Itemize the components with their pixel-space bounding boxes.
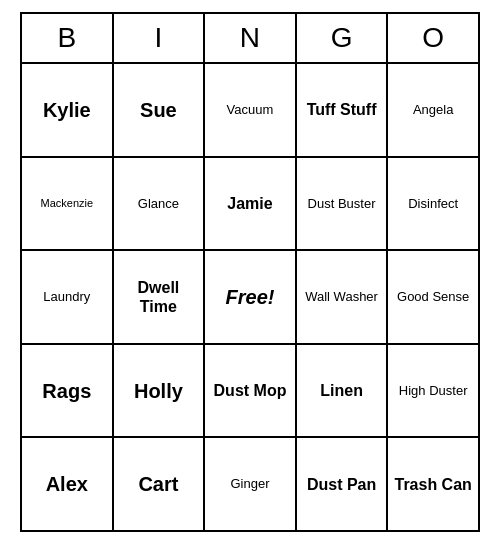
bingo-cell-2-4: Good Sense xyxy=(388,251,478,343)
bingo-header: BINGO xyxy=(22,14,478,64)
bingo-cell-1-3: Dust Buster xyxy=(297,158,389,250)
header-cell-I: I xyxy=(114,14,206,62)
bingo-cell-3-2: Dust Mop xyxy=(205,345,297,437)
bingo-cell-3-1: Holly xyxy=(114,345,206,437)
bingo-cell-0-3: Tuff Stuff xyxy=(297,64,389,156)
bingo-cell-1-4: Disinfect xyxy=(388,158,478,250)
bingo-row-1: MackenzieGlanceJamieDust BusterDisinfect xyxy=(22,158,478,252)
header-cell-B: B xyxy=(22,14,114,62)
bingo-cell-1-2: Jamie xyxy=(205,158,297,250)
bingo-cell-0-1: Sue xyxy=(114,64,206,156)
bingo-cell-2-2: Free! xyxy=(205,251,297,343)
bingo-cell-4-0: Alex xyxy=(22,438,114,530)
bingo-row-3: RagsHollyDust MopLinenHigh Duster xyxy=(22,345,478,439)
bingo-cell-3-3: Linen xyxy=(297,345,389,437)
bingo-row-0: KylieSueVacuumTuff StuffAngela xyxy=(22,64,478,158)
bingo-cell-2-3: Wall Washer xyxy=(297,251,389,343)
bingo-card: BINGO KylieSueVacuumTuff StuffAngelaMack… xyxy=(20,12,480,532)
bingo-row-4: AlexCartGingerDust PanTrash Can xyxy=(22,438,478,530)
bingo-cell-0-2: Vacuum xyxy=(205,64,297,156)
bingo-cell-4-1: Cart xyxy=(114,438,206,530)
bingo-cell-0-4: Angela xyxy=(388,64,478,156)
bingo-row-2: LaundryDwell TimeFree!Wall WasherGood Se… xyxy=(22,251,478,345)
bingo-body: KylieSueVacuumTuff StuffAngelaMackenzieG… xyxy=(22,64,478,530)
bingo-cell-4-3: Dust Pan xyxy=(297,438,389,530)
bingo-cell-1-0: Mackenzie xyxy=(22,158,114,250)
header-cell-N: N xyxy=(205,14,297,62)
bingo-cell-3-4: High Duster xyxy=(388,345,478,437)
bingo-cell-4-4: Trash Can xyxy=(388,438,478,530)
header-cell-G: G xyxy=(297,14,389,62)
bingo-cell-0-0: Kylie xyxy=(22,64,114,156)
bingo-cell-4-2: Ginger xyxy=(205,438,297,530)
bingo-cell-2-1: Dwell Time xyxy=(114,251,206,343)
header-cell-O: O xyxy=(388,14,478,62)
bingo-cell-2-0: Laundry xyxy=(22,251,114,343)
bingo-cell-3-0: Rags xyxy=(22,345,114,437)
bingo-cell-1-1: Glance xyxy=(114,158,206,250)
